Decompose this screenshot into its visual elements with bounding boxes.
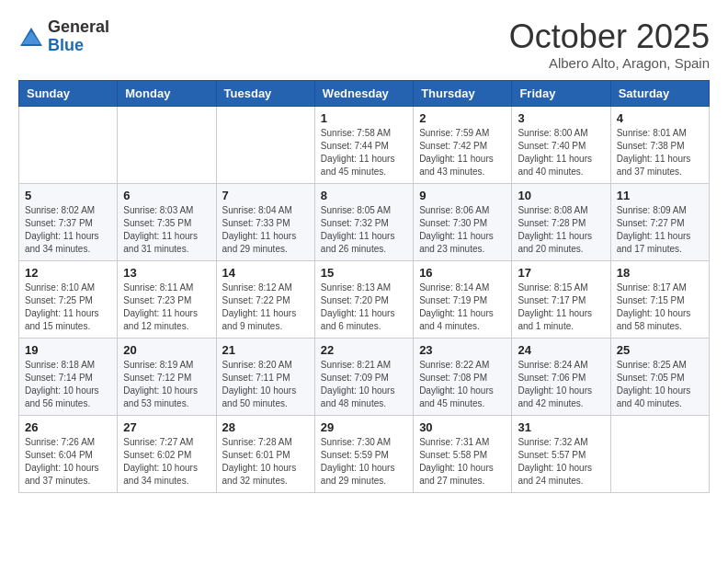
logo-icon: [18, 26, 44, 48]
calendar-cell: [19, 106, 118, 183]
calendar-cell: 5Sunrise: 8:02 AM Sunset: 7:37 PM Daylig…: [19, 183, 118, 260]
day-number: 29: [321, 420, 407, 434]
title-block: October 2025 Albero Alto, Aragon, Spain: [509, 18, 710, 71]
day-info: Sunrise: 7:31 AM Sunset: 5:58 PM Dayligh…: [419, 436, 506, 488]
day-number: 11: [617, 189, 703, 202]
day-info: Sunrise: 8:08 AM Sunset: 7:28 PM Dayligh…: [518, 204, 604, 256]
calendar-cell: 19Sunrise: 8:18 AM Sunset: 7:14 PM Dayli…: [19, 338, 118, 415]
day-number: 5: [25, 189, 111, 202]
calendar-cell: 2Sunrise: 7:59 AM Sunset: 7:42 PM Daylig…: [414, 106, 512, 183]
day-info: Sunrise: 8:05 AM Sunset: 7:32 PM Dayligh…: [321, 204, 407, 256]
logo: General Blue: [18, 18, 109, 55]
calendar-cell: 6Sunrise: 8:03 AM Sunset: 7:35 PM Daylig…: [118, 183, 216, 260]
calendar-week-row: 26Sunrise: 7:26 AM Sunset: 6:04 PM Dayli…: [19, 415, 710, 492]
day-info: Sunrise: 8:11 AM Sunset: 7:23 PM Dayligh…: [123, 282, 210, 333]
day-number: 13: [123, 266, 210, 280]
weekday-header-friday: Friday: [512, 80, 610, 106]
day-info: Sunrise: 8:10 AM Sunset: 7:25 PM Dayligh…: [25, 282, 111, 333]
calendar-cell: 14Sunrise: 8:12 AM Sunset: 7:22 PM Dayli…: [216, 260, 314, 338]
calendar-cell: 22Sunrise: 8:21 AM Sunset: 7:09 PM Dayli…: [314, 338, 413, 415]
day-number: 14: [222, 266, 309, 280]
day-info: Sunrise: 8:12 AM Sunset: 7:22 PM Dayligh…: [222, 282, 309, 333]
calendar-cell: 25Sunrise: 8:25 AM Sunset: 7:05 PM Dayli…: [610, 338, 709, 415]
calendar-cell: 24Sunrise: 8:24 AM Sunset: 7:06 PM Dayli…: [512, 338, 610, 415]
calendar-cell: 3Sunrise: 8:00 AM Sunset: 7:40 PM Daylig…: [512, 106, 610, 183]
day-info: Sunrise: 8:25 AM Sunset: 7:05 PM Dayligh…: [617, 359, 703, 410]
calendar-cell: 13Sunrise: 8:11 AM Sunset: 7:23 PM Dayli…: [118, 260, 216, 338]
day-number: 9: [419, 189, 506, 202]
day-number: 8: [321, 189, 407, 202]
calendar-cell: 16Sunrise: 8:14 AM Sunset: 7:19 PM Dayli…: [414, 260, 512, 338]
day-number: 7: [222, 189, 309, 202]
day-info: Sunrise: 8:06 AM Sunset: 7:30 PM Dayligh…: [419, 204, 506, 256]
day-number: 28: [222, 420, 309, 434]
calendar-table: SundayMondayTuesdayWednesdayThursdayFrid…: [18, 80, 710, 493]
day-info: Sunrise: 7:30 AM Sunset: 5:59 PM Dayligh…: [321, 436, 407, 488]
calendar-cell: 27Sunrise: 7:27 AM Sunset: 6:02 PM Dayli…: [118, 415, 216, 492]
month-title: October 2025: [509, 18, 710, 55]
day-info: Sunrise: 8:22 AM Sunset: 7:08 PM Dayligh…: [419, 359, 506, 410]
day-info: Sunrise: 8:20 AM Sunset: 7:11 PM Dayligh…: [222, 359, 309, 410]
day-info: Sunrise: 7:27 AM Sunset: 6:02 PM Dayligh…: [123, 436, 210, 488]
day-info: Sunrise: 8:17 AM Sunset: 7:15 PM Dayligh…: [617, 282, 703, 333]
day-info: Sunrise: 8:21 AM Sunset: 7:09 PM Dayligh…: [321, 359, 407, 410]
day-number: 21: [222, 343, 309, 357]
day-number: 20: [123, 343, 210, 357]
weekday-header-tuesday: Tuesday: [216, 80, 314, 106]
calendar-cell: [610, 415, 709, 492]
calendar-cell: 7Sunrise: 8:04 AM Sunset: 7:33 PM Daylig…: [216, 183, 314, 260]
calendar-week-row: 1Sunrise: 7:58 AM Sunset: 7:44 PM Daylig…: [19, 106, 710, 183]
day-info: Sunrise: 8:24 AM Sunset: 7:06 PM Dayligh…: [518, 359, 604, 410]
calendar-cell: [118, 106, 216, 183]
day-info: Sunrise: 8:00 AM Sunset: 7:40 PM Dayligh…: [518, 127, 604, 178]
calendar-cell: 11Sunrise: 8:09 AM Sunset: 7:27 PM Dayli…: [610, 183, 709, 260]
calendar-week-row: 12Sunrise: 8:10 AM Sunset: 7:25 PM Dayli…: [19, 260, 710, 338]
calendar-cell: 20Sunrise: 8:19 AM Sunset: 7:12 PM Dayli…: [118, 338, 216, 415]
calendar-cell: 30Sunrise: 7:31 AM Sunset: 5:58 PM Dayli…: [414, 415, 512, 492]
calendar-cell: 21Sunrise: 8:20 AM Sunset: 7:11 PM Dayli…: [216, 338, 314, 415]
day-info: Sunrise: 8:15 AM Sunset: 7:17 PM Dayligh…: [518, 282, 604, 333]
calendar-cell: 15Sunrise: 8:13 AM Sunset: 7:20 PM Dayli…: [314, 260, 413, 338]
day-number: 30: [419, 420, 506, 434]
day-number: 22: [321, 343, 407, 357]
day-info: Sunrise: 8:18 AM Sunset: 7:14 PM Dayligh…: [25, 359, 111, 410]
calendar-cell: 23Sunrise: 8:22 AM Sunset: 7:08 PM Dayli…: [414, 338, 512, 415]
day-number: 26: [25, 420, 111, 434]
calendar-cell: 12Sunrise: 8:10 AM Sunset: 7:25 PM Dayli…: [19, 260, 118, 338]
weekday-header-thursday: Thursday: [414, 80, 512, 106]
day-info: Sunrise: 7:32 AM Sunset: 5:57 PM Dayligh…: [518, 436, 604, 488]
day-number: 27: [123, 420, 210, 434]
day-info: Sunrise: 7:59 AM Sunset: 7:42 PM Dayligh…: [419, 127, 506, 178]
day-info: Sunrise: 8:02 AM Sunset: 7:37 PM Dayligh…: [25, 204, 111, 256]
day-number: 17: [518, 266, 604, 280]
weekday-header-saturday: Saturday: [610, 80, 709, 106]
day-number: 25: [617, 343, 703, 357]
calendar-cell: 17Sunrise: 8:15 AM Sunset: 7:17 PM Dayli…: [512, 260, 610, 338]
day-number: 1: [321, 111, 407, 125]
day-info: Sunrise: 8:19 AM Sunset: 7:12 PM Dayligh…: [123, 359, 210, 410]
calendar-cell: 18Sunrise: 8:17 AM Sunset: 7:15 PM Dayli…: [610, 260, 709, 338]
day-number: 23: [419, 343, 506, 357]
calendar-cell: 8Sunrise: 8:05 AM Sunset: 7:32 PM Daylig…: [314, 183, 413, 260]
day-info: Sunrise: 8:04 AM Sunset: 7:33 PM Dayligh…: [222, 204, 309, 256]
day-number: 6: [123, 189, 210, 202]
day-info: Sunrise: 7:58 AM Sunset: 7:44 PM Dayligh…: [321, 127, 407, 178]
day-number: 2: [419, 111, 506, 125]
weekday-header-monday: Monday: [118, 80, 216, 106]
calendar-cell: 1Sunrise: 7:58 AM Sunset: 7:44 PM Daylig…: [314, 106, 413, 183]
weekday-header-wednesday: Wednesday: [314, 80, 413, 106]
day-info: Sunrise: 8:01 AM Sunset: 7:38 PM Dayligh…: [617, 127, 703, 178]
day-number: 16: [419, 266, 506, 280]
day-info: Sunrise: 8:09 AM Sunset: 7:27 PM Dayligh…: [617, 204, 703, 256]
day-number: 18: [617, 266, 703, 280]
calendar-cell: 29Sunrise: 7:30 AM Sunset: 5:59 PM Dayli…: [314, 415, 413, 492]
day-number: 4: [617, 111, 703, 125]
calendar-week-row: 5Sunrise: 8:02 AM Sunset: 7:37 PM Daylig…: [19, 183, 710, 260]
day-info: Sunrise: 8:03 AM Sunset: 7:35 PM Dayligh…: [123, 204, 210, 256]
location-subtitle: Albero Alto, Aragon, Spain: [509, 55, 710, 71]
day-info: Sunrise: 7:28 AM Sunset: 6:01 PM Dayligh…: [222, 436, 309, 488]
calendar-cell: 31Sunrise: 7:32 AM Sunset: 5:57 PM Dayli…: [512, 415, 610, 492]
weekday-header-row: SundayMondayTuesdayWednesdayThursdayFrid…: [19, 80, 710, 106]
day-number: 3: [518, 111, 604, 125]
logo-line2: Blue: [48, 37, 109, 55]
